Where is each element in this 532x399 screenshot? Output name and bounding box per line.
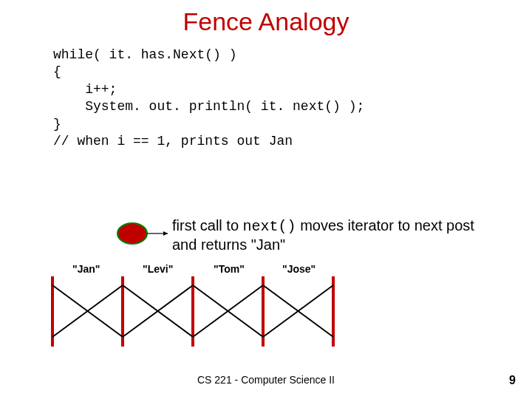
page-number: 9 <box>509 374 516 387</box>
svg-point-0 <box>117 223 147 244</box>
fence-label-3: "Jose" <box>282 263 316 275</box>
fence-diagram: "Jan" "Levi" "Tom" "Jose" <box>49 263 359 352</box>
svg-marker-2 <box>163 231 168 236</box>
code-block: while( it. has.Next() ) { i++; System. o… <box>53 47 532 150</box>
fence-label-0: "Jan" <box>72 263 100 275</box>
slide-title: Fence Analogy <box>0 7 532 36</box>
desc-mono: next() <box>243 218 296 235</box>
fence-svg <box>49 276 359 350</box>
description: first call to next() moves iterator to n… <box>172 216 497 253</box>
fence-label-1: "Levi" <box>143 263 173 275</box>
footer-text: CS 221 - Computer Science II <box>0 374 532 386</box>
desc-pre: first call to <box>172 217 243 233</box>
iterator-marker <box>115 216 172 259</box>
fence-label-2: "Tom" <box>214 263 245 275</box>
